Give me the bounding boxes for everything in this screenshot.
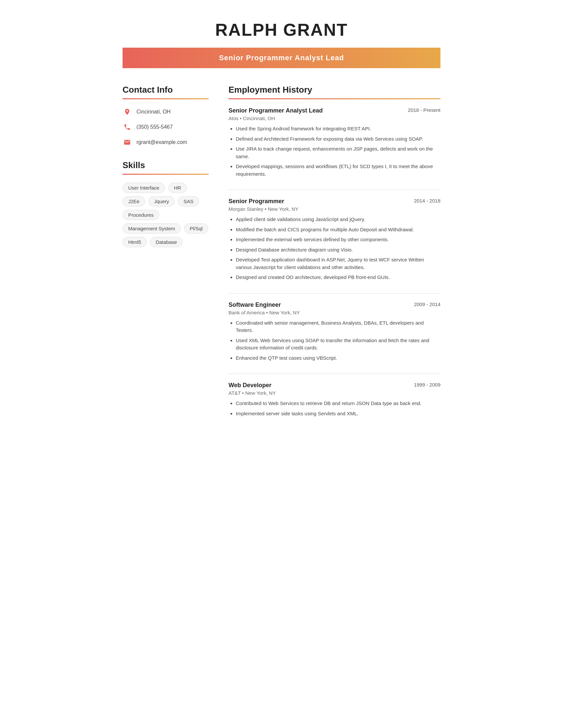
job-header: Web Developer1999 - 2009 — [228, 382, 441, 389]
job-bullets: Contributed to Web Services to retrieve … — [228, 400, 441, 417]
job-company: AT&T • New York, NY — [228, 390, 441, 396]
contact-location: Cincinnati, OH — [122, 107, 209, 116]
candidate-title: Senior Programmer Analyst Lead — [219, 54, 344, 62]
list-item: Developed mappings, sessions and workflo… — [236, 163, 441, 178]
location-icon — [122, 107, 132, 116]
list-item: Developed Test application dashboard in … — [236, 256, 441, 271]
contact-email-text: rgrant@example.com — [136, 139, 187, 145]
contact-section: Contact Info Cincinnati, OH — [122, 85, 209, 147]
job-title: Web Developer — [228, 382, 271, 389]
list-item: Designed and created OO architecture, de… — [236, 274, 441, 281]
job-company: Bank of America • New York, NY — [228, 310, 441, 315]
contact-phone: (350) 555-5467 — [122, 122, 209, 132]
job-header: Senior Programmer Analyst Lead2018 - Pre… — [228, 107, 441, 114]
employment-title: Employment History — [228, 85, 441, 95]
skills-divider — [122, 174, 209, 175]
skill-tag: SAS — [178, 196, 199, 206]
list-item: Used XML Web Services using SOAP to tran… — [236, 337, 441, 352]
job-entry: Web Developer1999 - 2009AT&T • New York,… — [228, 382, 441, 417]
skill-tag: Jquery — [148, 196, 174, 206]
job-header: Senior Programmer2014 - 2018 — [228, 198, 441, 205]
main-layout: Contact Info Cincinnati, OH — [122, 85, 441, 429]
skill-tag: Html5 — [122, 237, 147, 247]
list-item: Implemented server side tasks using Serv… — [236, 410, 441, 418]
contact-divider — [122, 98, 209, 99]
list-item: Enhanced the QTP test cases using VBScri… — [236, 354, 441, 362]
list-item: Use JIRA to track change request, enhanc… — [236, 145, 441, 160]
candidate-name: RALPH GRANT — [122, 20, 441, 40]
phone-icon — [122, 122, 132, 132]
job-bullets: Used the Spring Android framework for in… — [228, 125, 441, 178]
job-entry: Senior Programmer Analyst Lead2018 - Pre… — [228, 107, 441, 178]
job-entry: Senior Programmer2014 - 2018Morgan Stanl… — [228, 198, 441, 281]
skill-tag: User Interface — [122, 183, 165, 193]
list-item: Designed Database architecture diagram u… — [236, 246, 441, 254]
list-item: Coordinated with senior management, Busi… — [236, 319, 441, 334]
email-icon — [122, 138, 132, 147]
job-divider — [228, 190, 441, 190]
skill-tag: Database — [150, 237, 182, 247]
job-dates: 2018 - Present — [408, 107, 441, 113]
skill-tag: HR — [168, 183, 187, 193]
job-title: Senior Programmer Analyst Lead — [228, 107, 323, 114]
job-header: Software Engineer2009 - 2014 — [228, 301, 441, 308]
title-banner: Senior Programmer Analyst Lead — [122, 48, 441, 68]
skill-tag: Procedures — [122, 210, 159, 220]
employment-divider — [228, 98, 441, 99]
job-dates: 2014 - 2018 — [414, 198, 441, 204]
sidebar: Contact Info Cincinnati, OH — [122, 85, 209, 429]
jobs-container: Senior Programmer Analyst Lead2018 - Pre… — [228, 107, 441, 417]
list-item: Contributed to Web Services to retrieve … — [236, 400, 441, 407]
name-header: RALPH GRANT — [122, 20, 441, 40]
list-item: Implemented the external web services de… — [236, 236, 441, 244]
skills-section: Skills User InterfaceHRJ2EeJquerySASProc… — [122, 160, 209, 247]
list-item: Defined and Architected Framework for ex… — [236, 135, 441, 143]
contact-phone-text: (350) 555-5467 — [136, 124, 172, 130]
contact-title: Contact Info — [122, 85, 209, 95]
skills-list: User InterfaceHRJ2EeJquerySASProceduresM… — [122, 183, 209, 247]
job-title: Software Engineer — [228, 301, 281, 308]
job-divider — [228, 374, 441, 374]
skill-tag: J2Ee — [122, 196, 145, 206]
job-company: Morgan Stanley • New York, NY — [228, 206, 441, 212]
main-content: Employment History Senior Programmer Ana… — [228, 85, 441, 429]
skill-tag: Management System — [122, 223, 181, 234]
job-bullets: Coordinated with senior management, Busi… — [228, 319, 441, 362]
list-item: Applied client side validations using Ja… — [236, 216, 441, 223]
skill-tag: Pl/Sql — [184, 223, 208, 234]
list-item: Used the Spring Android framework for in… — [236, 125, 441, 133]
job-entry: Software Engineer2009 - 2014Bank of Amer… — [228, 301, 441, 362]
employment-section: Employment History Senior Programmer Ana… — [228, 85, 441, 417]
skills-title: Skills — [122, 160, 209, 170]
job-company: Atos • Cincinnati, OH — [228, 115, 441, 121]
job-title: Senior Programmer — [228, 198, 284, 205]
contact-email: rgrant@example.com — [122, 138, 209, 147]
job-bullets: Applied client side validations using Ja… — [228, 216, 441, 281]
job-dates: 2009 - 2014 — [414, 301, 441, 307]
job-dates: 1999 - 2009 — [414, 382, 441, 387]
contact-location-text: Cincinnati, OH — [136, 109, 170, 115]
job-divider — [228, 293, 441, 294]
list-item: Modified the batch and CICS programs for… — [236, 226, 441, 234]
